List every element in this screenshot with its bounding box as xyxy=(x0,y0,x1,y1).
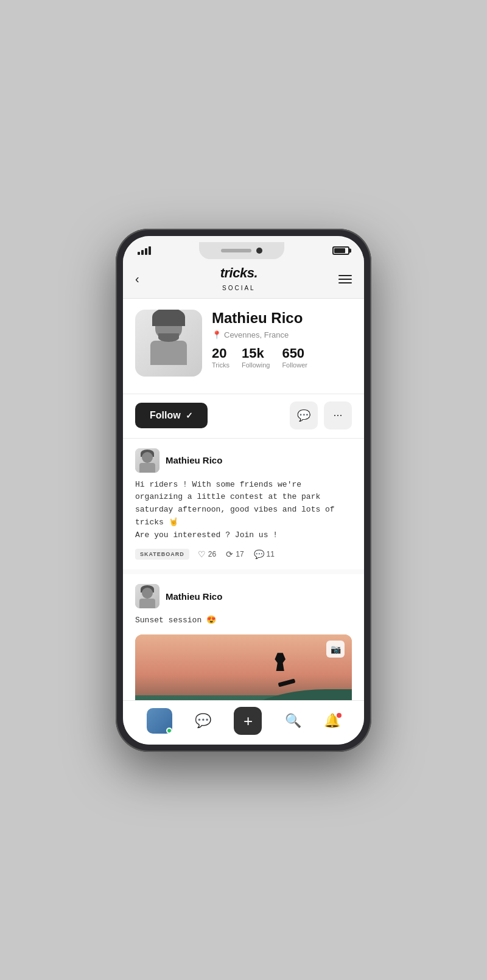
profile-name: Mathieu Rico xyxy=(212,310,352,327)
post-card: Mathieu Rico Sunset session 😍 xyxy=(123,574,364,700)
stat-tricks: 20 Tricks xyxy=(212,347,229,369)
nav-add[interactable]: + xyxy=(234,707,262,735)
profile-stats: 20 Tricks 15k Following 650 Follower xyxy=(212,347,352,369)
menu-line-2 xyxy=(338,279,352,280)
comment-button[interactable]: 💬 11 xyxy=(254,549,275,559)
phone-device: ‹ tricks. SOCIAL xyxy=(116,229,371,752)
post-author: Mathieu Rico xyxy=(166,455,222,465)
comment-count: 11 xyxy=(267,550,275,558)
stat-followers: 650 Follower xyxy=(282,347,307,369)
notch xyxy=(199,242,284,259)
post-text: Sunset session 😍 xyxy=(135,614,352,627)
nav-search[interactable]: 🔍 xyxy=(285,713,301,729)
more-icon: ··· xyxy=(333,409,342,422)
battery-icon xyxy=(332,246,349,255)
add-button[interactable]: + xyxy=(234,707,262,735)
follow-button[interactable]: Follow ✓ xyxy=(135,403,208,428)
profile-section: Mathieu Rico 📍 Cevennes, France 20 Trick… xyxy=(123,299,364,394)
speaker xyxy=(221,249,251,252)
skate-photo: 📷 xyxy=(135,634,352,700)
followers-count: 650 xyxy=(282,347,307,360)
post-image: 📷 xyxy=(135,634,352,700)
post-header: Mathieu Rico xyxy=(135,584,352,608)
nav-avatar-thumb xyxy=(147,708,172,734)
nav-header: ‹ tricks. SOCIAL xyxy=(123,262,364,299)
tricks-count: 20 xyxy=(212,347,229,360)
tricks-label: Tricks xyxy=(212,361,229,369)
post-header: Mathieu Rico xyxy=(135,448,352,473)
camera-icon: 📷 xyxy=(326,641,345,658)
profile-info: Mathieu Rico 📍 Cevennes, France 20 Trick… xyxy=(212,310,352,369)
comment-icon: 💬 xyxy=(254,549,264,559)
profile-avatar xyxy=(135,310,202,377)
location-pin-icon: 📍 xyxy=(212,330,222,339)
following-label: Following xyxy=(242,361,270,369)
search-icon: 🔍 xyxy=(285,713,301,729)
feed: Mathieu Rico Hi riders ! With some frien… xyxy=(123,439,364,700)
menu-line-1 xyxy=(338,275,352,276)
share-icon: ⟳ xyxy=(226,549,233,559)
followers-label: Follower xyxy=(282,361,307,369)
nav-messages[interactable]: 💬 xyxy=(195,713,211,729)
post-footer: SKATEBOARD ♡ 26 ⟳ 17 💬 11 xyxy=(135,549,352,560)
profile-location: 📍 Cevennes, France xyxy=(212,330,352,339)
front-camera xyxy=(256,248,262,254)
post-avatar xyxy=(135,448,159,473)
app-logo: tricks. SOCIAL xyxy=(220,266,258,292)
signal-icon xyxy=(138,246,151,255)
chat-icon: 💬 xyxy=(195,713,211,729)
like-count: 26 xyxy=(208,550,216,558)
post-text: Hi riders ! With some friends we're orga… xyxy=(135,479,352,542)
follow-label: Follow xyxy=(150,410,181,421)
notification-badge xyxy=(337,713,342,718)
heart-icon: ♡ xyxy=(198,549,206,559)
post-avatar xyxy=(135,584,159,608)
like-button[interactable]: ♡ 26 xyxy=(198,549,216,559)
nav-profile[interactable] xyxy=(147,708,172,734)
profile-top: Mathieu Rico 📍 Cevennes, France 20 Trick… xyxy=(135,310,352,377)
more-button[interactable]: ··· xyxy=(324,401,352,429)
post-card: Mathieu Rico Hi riders ! With some frien… xyxy=(123,439,364,570)
location-text: Cevennes, France xyxy=(224,330,289,339)
share-button[interactable]: ⟳ 17 xyxy=(226,549,244,559)
plus-icon: + xyxy=(244,713,253,729)
menu-line-3 xyxy=(338,282,352,283)
follow-check-icon: ✓ xyxy=(186,411,193,420)
online-indicator xyxy=(166,728,172,734)
nav-notifications[interactable]: 🔔 xyxy=(324,713,340,729)
message-button[interactable]: 💬 xyxy=(290,401,318,429)
share-count: 17 xyxy=(236,550,244,558)
message-icon: 💬 xyxy=(297,409,310,422)
post-author: Mathieu Rico xyxy=(166,591,222,602)
app-name: tricks. xyxy=(220,266,258,280)
scroll-content[interactable]: Mathieu Rico 📍 Cevennes, France 20 Trick… xyxy=(123,299,364,700)
bottom-nav: 💬 + 🔍 🔔 xyxy=(123,700,364,745)
back-button[interactable]: ‹ xyxy=(135,272,139,286)
profile-actions: Follow ✓ 💬 ··· xyxy=(123,394,364,439)
post-tag: SKATEBOARD xyxy=(135,549,189,560)
menu-button[interactable] xyxy=(338,275,352,283)
phone-screen: ‹ tricks. SOCIAL xyxy=(123,236,364,745)
following-count: 15k xyxy=(242,347,270,360)
stat-following: 15k Following xyxy=(242,347,270,369)
status-bar xyxy=(123,236,364,262)
app-sub: SOCIAL xyxy=(222,285,256,291)
